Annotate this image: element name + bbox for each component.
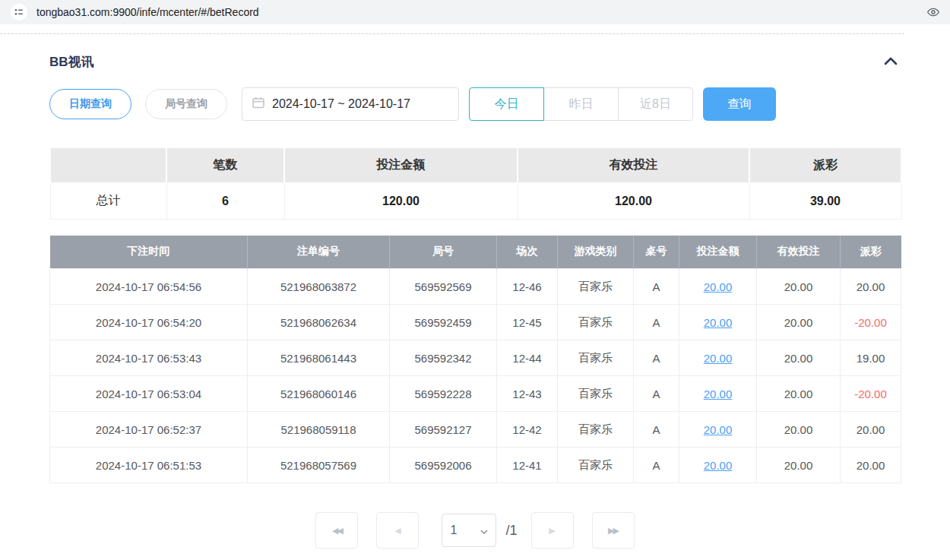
page-select-value: 1 [450, 524, 457, 537]
round-query-tab[interactable]: 局号查询 [145, 89, 227, 119]
session-cell: 12-41 [497, 448, 558, 483]
valid-bet-cell: 20.00 [757, 376, 841, 412]
profile-icon[interactable] [11, 4, 27, 21]
bet-time-cell: 2024-10-17 06:53:04 [50, 376, 248, 412]
bet-time-cell: 2024-10-17 06:52:37 [50, 412, 248, 448]
summary-total-row: 总计 6 120.00 120.00 39.00 [50, 183, 901, 219]
last-page-button[interactable]: ▶▶ [592, 512, 635, 549]
bet-table-header-cell: 注单编号 [248, 236, 390, 269]
bet-amount-link[interactable]: 20.00 [704, 280, 733, 293]
bet-table-header-cell: 游戏类别 [558, 236, 634, 269]
table-no-cell: A [634, 305, 679, 340]
bet-time-cell: 2024-10-17 06:54:20 [50, 305, 248, 340]
bet-amount-cell[interactable]: 20.00 [679, 412, 757, 448]
table-no-cell: A [634, 412, 679, 448]
bet-amount-cell[interactable]: 20.00 [679, 376, 757, 412]
bet-table-header-cell: 局号 [390, 236, 497, 269]
eye-icon[interactable] [927, 6, 939, 18]
summary-bet-amount-value: 120.00 [284, 183, 518, 219]
table-no-cell: A [634, 448, 679, 483]
filter-toolbar: 日期查询 局号查询 2024-10-17 ~ 2024-10-17 今日 昨日 … [49, 87, 901, 121]
payout-cell: 20.00 [841, 412, 901, 448]
bet-table-body: 2024-10-17 06:54:56521968063872569592569… [50, 269, 901, 483]
table-row: 2024-10-17 06:53:43521968061443569592342… [50, 340, 901, 376]
date-range-picker[interactable]: 2024-10-17 ~ 2024-10-17 [242, 87, 459, 121]
payout-cell: 19.00 [841, 340, 901, 376]
bet-table-header-cell: 派彩 [841, 236, 901, 269]
last-8-days-button[interactable]: 近8日 [618, 87, 693, 121]
yesterday-button[interactable]: 昨日 [543, 87, 619, 121]
bet-table-header-cell: 场次 [497, 236, 558, 269]
bet-id-cell: 521968057569 [248, 448, 390, 483]
valid-bet-cell: 20.00 [757, 269, 841, 305]
bet-table-header-cell: 有效投注 [757, 236, 841, 269]
round-id-cell: 569592569 [390, 269, 497, 305]
summary-header-payout: 派彩 [749, 147, 901, 183]
bet-table-header-cell: 桌号 [634, 236, 679, 269]
session-cell: 12-45 [497, 305, 558, 340]
page-select[interactable]: 1 [442, 514, 496, 547]
summary-valid-bet-value: 120.00 [518, 183, 749, 219]
date-range-text[interactable]: 2024-10-17 ~ 2024-10-17 [272, 97, 410, 111]
bet-amount-cell[interactable]: 20.00 [679, 269, 757, 305]
bet-id-cell: 521968060146 [248, 376, 390, 412]
bet-amount-link[interactable]: 20.00 [704, 459, 733, 472]
bet-id-cell: 521968063872 [248, 269, 390, 305]
session-cell: 12-44 [497, 340, 558, 376]
summary-header-bet-amount: 投注金额 [284, 147, 518, 183]
prev-page-button[interactable]: ◀ [376, 512, 419, 549]
table-row: 2024-10-17 06:54:20521968062634569592459… [50, 305, 901, 340]
pagination: ◀◀ ◀ 1 /1 ▶ ▶▶ [49, 512, 901, 549]
bet-table-header-row: 下注时间注单编号局号场次游戏类别桌号投注金额有效投注派彩 [50, 236, 901, 269]
summary-payout-value: 39.00 [749, 183, 901, 219]
valid-bet-cell: 20.00 [757, 412, 841, 448]
calendar-icon [252, 96, 264, 112]
bet-amount-link[interactable]: 20.00 [704, 423, 733, 436]
table-no-cell: A [634, 269, 679, 305]
session-cell: 12-46 [497, 269, 558, 305]
summary-total-label: 总计 [50, 183, 166, 219]
bet-amount-cell[interactable]: 20.00 [679, 448, 757, 483]
bet-record-table: 下注时间注单编号局号场次游戏类别桌号投注金额有效投注派彩 2024-10-17 … [49, 236, 901, 484]
date-query-tab[interactable]: 日期查询 [49, 89, 131, 119]
payout-cell: 20.00 [841, 448, 901, 483]
round-id-cell: 569592127 [390, 412, 497, 448]
table-row: 2024-10-17 06:52:37521968059118569592127… [50, 412, 901, 448]
panel-title-row: BB视讯 [49, 53, 901, 71]
valid-bet-cell: 20.00 [757, 305, 841, 340]
payout-cell: -20.00 [841, 376, 901, 412]
summary-header-row: 笔数 投注金额 有效投注 派彩 [50, 147, 901, 183]
round-id-cell: 569592342 [390, 340, 497, 376]
round-id-cell: 569592228 [390, 376, 497, 412]
payout-cell: -20.00 [841, 305, 901, 340]
payout-cell: 20.00 [841, 269, 901, 305]
session-cell: 12-43 [497, 376, 558, 412]
game-type-cell: 百家乐 [558, 305, 634, 340]
table-row: 2024-10-17 06:51:53521968057569569592006… [50, 448, 901, 483]
bet-id-cell: 521968059118 [248, 412, 390, 448]
bet-id-cell: 521968061443 [248, 340, 390, 376]
bet-id-cell: 521968062634 [248, 305, 390, 340]
total-pages-label: /1 [505, 523, 517, 539]
table-no-cell: A [634, 376, 679, 412]
browser-address-bar[interactable]: tongbao31.com:9900/infe/mcenter/#/betRec… [0, 0, 950, 24]
next-page-button[interactable]: ▶ [531, 512, 574, 549]
bet-amount-cell[interactable]: 20.00 [679, 340, 757, 376]
bet-amount-cell[interactable]: 20.00 [679, 305, 757, 340]
game-type-cell: 百家乐 [558, 412, 634, 448]
search-button[interactable]: 查询 [703, 87, 776, 121]
chevron-down-icon [480, 524, 488, 537]
bet-amount-link[interactable]: 20.00 [704, 316, 733, 329]
bet-amount-link[interactable]: 20.00 [704, 352, 733, 365]
url-text[interactable]: tongbao31.com:9900/infe/mcenter/#/betRec… [36, 6, 259, 18]
today-button[interactable]: 今日 [469, 87, 544, 121]
table-row: 2024-10-17 06:53:04521968060146569592228… [50, 376, 901, 412]
chevron-up-icon[interactable] [881, 55, 901, 69]
summary-header-count: 笔数 [166, 147, 284, 183]
summary-header-empty [50, 147, 166, 183]
valid-bet-cell: 20.00 [757, 448, 841, 483]
first-page-button[interactable]: ◀◀ [315, 512, 358, 549]
game-type-cell: 百家乐 [558, 376, 634, 412]
session-cell: 12-42 [497, 412, 558, 448]
bet-amount-link[interactable]: 20.00 [704, 388, 733, 400]
